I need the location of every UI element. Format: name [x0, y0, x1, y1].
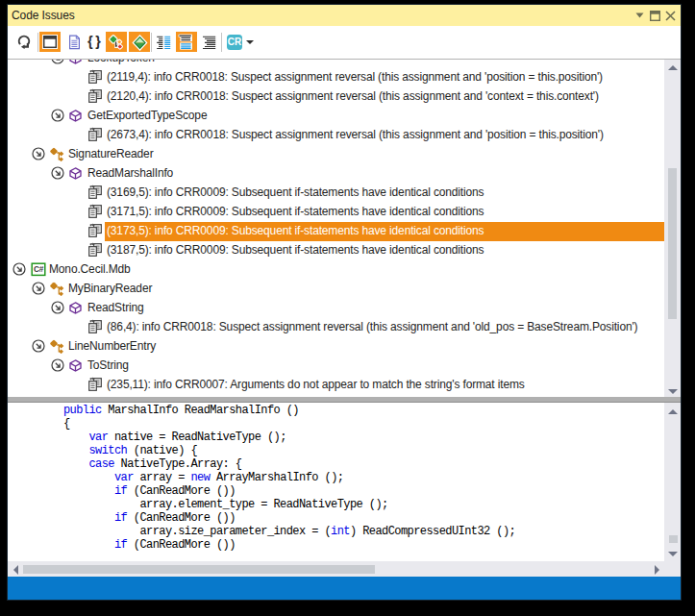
- svg-text:C#: C#: [34, 264, 44, 274]
